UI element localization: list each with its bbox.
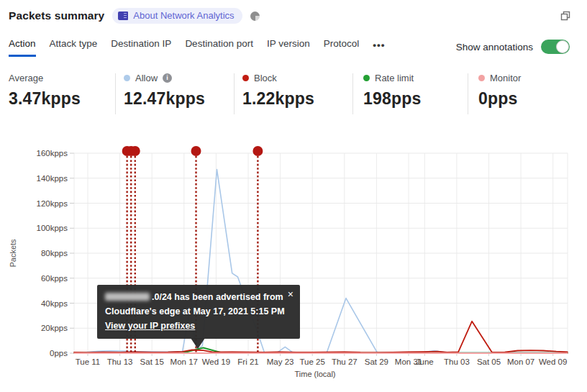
tab-action[interactable]: Action xyxy=(9,38,36,57)
stat-allow-value: 12.47kpps xyxy=(124,89,205,109)
stat-block-value: 1.22kpps xyxy=(242,89,314,109)
stat-monitor-value: 0pps xyxy=(478,89,521,109)
tab-destination-port[interactable]: Destination port xyxy=(185,38,253,57)
svg-text:Packets: Packets xyxy=(9,239,17,268)
svg-text:Thu 13: Thu 13 xyxy=(107,357,133,366)
tooltip-line1: .0/24 has been advertised from xyxy=(105,290,291,304)
svg-text:Wed 19: Wed 19 xyxy=(202,357,230,366)
svg-text:Mon 17: Mon 17 xyxy=(170,357,198,366)
stat-rate-limit-label: Rate limit xyxy=(375,73,414,83)
more-tabs-icon[interactable]: ••• xyxy=(373,38,385,57)
tab-protocol[interactable]: Protocol xyxy=(324,38,360,57)
svg-text:80kpps: 80kpps xyxy=(41,249,68,257)
svg-text:Sat 29: Sat 29 xyxy=(365,357,388,366)
book-icon xyxy=(118,12,128,20)
tab-ip-version[interactable]: IP version xyxy=(267,38,310,57)
close-icon[interactable]: × xyxy=(288,287,294,301)
svg-text:40kpps: 40kpps xyxy=(41,299,68,308)
info-icon[interactable]: i xyxy=(163,73,172,83)
annotation-tooltip: × .0/24 has been advertised from Cloudfl… xyxy=(97,285,300,339)
svg-text:June: June xyxy=(416,357,434,366)
show-annotations-control: Show annotations xyxy=(456,40,570,54)
show-annotations-toggle[interactable] xyxy=(541,40,570,54)
stats-row: Average 3.47kpps Allow i 12.47kpps Block… xyxy=(0,72,587,117)
monitor-legend-dot xyxy=(478,75,485,81)
stat-monitor-label: Monitor xyxy=(490,73,521,83)
svg-text:0pps: 0pps xyxy=(50,349,68,357)
svg-text:100kpps: 100kpps xyxy=(37,224,68,232)
svg-text:140kpps: 140kpps xyxy=(37,174,68,183)
pie-chart-icon[interactable] xyxy=(250,12,260,21)
packets-chart: 0pps20kpps40kpps60kpps80kpps100kpps120kp… xyxy=(0,137,587,392)
allow-legend-dot xyxy=(124,75,130,81)
packets-chart-canvas[interactable]: 0pps20kpps40kpps60kpps80kpps100kpps120kp… xyxy=(0,137,587,392)
svg-text:Thu 27: Thu 27 xyxy=(332,357,358,366)
about-network-analytics-badge[interactable]: About Network Analytics xyxy=(112,8,242,24)
stat-average: Average 3.47kpps xyxy=(9,72,81,109)
svg-text:120kpps: 120kpps xyxy=(37,199,68,208)
svg-text:Mon 07: Mon 07 xyxy=(507,357,534,366)
divider xyxy=(352,73,353,114)
stat-allow: Allow i 12.47kpps xyxy=(124,72,205,109)
stat-block: Block 1.22kpps xyxy=(242,72,314,109)
tab-attack-type[interactable]: Attack type xyxy=(50,38,98,57)
svg-text:20kpps: 20kpps xyxy=(41,324,68,332)
stat-average-label: Average xyxy=(9,73,43,83)
redacted-ip-prefix xyxy=(105,293,150,301)
view-ip-prefixes-link[interactable]: View your IP prefixes xyxy=(105,321,195,331)
stat-rate-limit: Rate limit 198pps xyxy=(363,72,421,109)
svg-text:May 23: May 23 xyxy=(267,357,294,366)
divider xyxy=(115,73,116,114)
svg-text:Thu 03: Thu 03 xyxy=(444,357,470,366)
divider xyxy=(234,73,235,114)
toggle-knob xyxy=(556,40,569,53)
svg-text:Time (local): Time (local) xyxy=(294,370,335,378)
divider xyxy=(468,73,468,114)
about-badge-label: About Network Analytics xyxy=(133,10,234,21)
svg-text:160kpps: 160kpps xyxy=(37,149,68,158)
tooltip-line2: Cloudflare's edge at May 17, 2021 5:15 P… xyxy=(105,304,291,319)
svg-text:Tue 25: Tue 25 xyxy=(300,357,325,366)
stat-average-value: 3.47kpps xyxy=(9,89,81,109)
stat-allow-label: Allow xyxy=(135,73,158,83)
svg-text:Tue 11: Tue 11 xyxy=(76,357,101,366)
svg-text:Sat 15: Sat 15 xyxy=(140,357,164,366)
svg-text:Sat 05: Sat 05 xyxy=(477,357,501,366)
svg-text:Fri 21: Fri 21 xyxy=(237,357,258,366)
tab-destination-ip[interactable]: Destination IP xyxy=(111,38,171,57)
svg-text:60kpps: 60kpps xyxy=(41,274,68,283)
stat-monitor: Monitor 0pps xyxy=(478,72,521,109)
svg-text:Wed 09: Wed 09 xyxy=(539,357,567,366)
rate-limit-legend-dot xyxy=(363,75,370,81)
header: Packets summary About Network Analytics xyxy=(9,8,260,24)
page-title: Packets summary xyxy=(9,9,104,22)
tab-bar: Action Attack type Destination IP Destin… xyxy=(9,38,385,57)
show-annotations-label: Show annotations xyxy=(456,42,533,53)
restore-window-icon[interactable] xyxy=(560,11,570,21)
block-legend-dot xyxy=(242,75,249,81)
stat-block-label: Block xyxy=(254,73,277,83)
stat-rate-limit-value: 198pps xyxy=(363,89,421,109)
